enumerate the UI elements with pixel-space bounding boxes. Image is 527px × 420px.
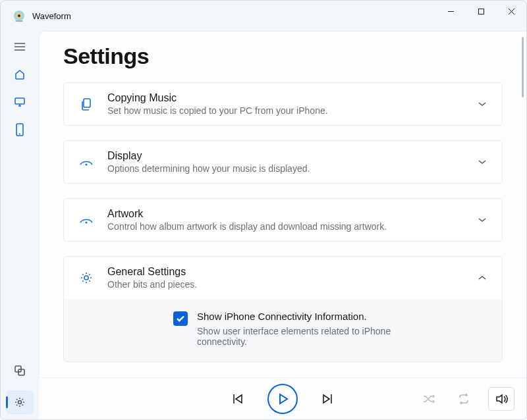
svg-point-22: [84, 276, 88, 280]
chevron-down-icon: [476, 101, 489, 107]
volume-button[interactable]: [488, 387, 514, 411]
nav-phone[interactable]: [6, 118, 34, 142]
minimize-button[interactable]: [435, 1, 466, 22]
section-title: Display: [107, 150, 476, 162]
section-general-settings: General Settings Other bits and pieces. …: [63, 256, 503, 362]
svg-point-2: [18, 14, 20, 17]
section-title: Copying Music: [107, 92, 476, 104]
eye-icon: [77, 215, 96, 225]
eye-icon: [77, 157, 96, 167]
svg-point-18: [18, 401, 22, 404]
active-indicator: [6, 396, 8, 408]
nav-desktop[interactable]: [6, 90, 34, 114]
maximize-button[interactable]: [466, 1, 496, 22]
section-header[interactable]: General Settings Other bits and pieces.: [64, 257, 502, 299]
chevron-down-icon: [476, 159, 489, 165]
window-controls: [435, 1, 526, 22]
repeat-button[interactable]: [453, 388, 475, 410]
section-title: Artwork: [107, 208, 476, 220]
nav-settings[interactable]: [6, 390, 34, 414]
app-icon: [13, 9, 26, 22]
page-title: Settings: [63, 43, 503, 69]
section-subtitle: Options determining how your music is di…: [107, 163, 476, 174]
chevron-up-icon: [476, 275, 489, 281]
svg-point-3: [15, 20, 23, 22]
section-subtitle: Control how album artwork is display and…: [107, 221, 476, 232]
svg-rect-19: [84, 99, 90, 107]
copy-icon: [77, 97, 96, 111]
app-title: Waveform: [32, 11, 71, 21]
svg-point-20: [85, 163, 87, 165]
svg-rect-5: [478, 9, 484, 14]
titlebar: Waveform: [1, 1, 526, 31]
section-display[interactable]: Display Options determining how your mus…: [63, 140, 503, 184]
section-subtitle: Other bits and pieces.: [107, 279, 476, 290]
shuffle-button[interactable]: [417, 388, 439, 410]
next-button[interactable]: [316, 388, 339, 410]
previous-button[interactable]: [227, 388, 249, 410]
chevron-down-icon: [476, 217, 489, 223]
menu-button[interactable]: [6, 35, 34, 59]
show-iphone-connectivity-checkbox[interactable]: [173, 311, 188, 326]
gear-icon: [77, 271, 96, 284]
nav-home[interactable]: [6, 63, 34, 86]
section-artwork[interactable]: Artwork Control how album artwork is dis…: [63, 198, 503, 242]
svg-rect-11: [15, 98, 24, 104]
section-title: General Settings: [107, 266, 476, 278]
section-body: Show iPhone Connectivity Information. Sh…: [64, 299, 502, 361]
option-description: Show user interface elements related to …: [197, 326, 434, 347]
svg-point-21: [85, 221, 87, 223]
option-label: Show iPhone Connectivity Information.: [197, 311, 434, 322]
settings-content: Settings Copying Music Set how music is …: [40, 32, 526, 377]
play-button[interactable]: [267, 384, 298, 414]
scrollbar[interactable]: [522, 37, 524, 97]
sidebar: [1, 31, 39, 419]
section-subtitle: Set how music is copied to your PC from …: [107, 105, 476, 116]
close-button[interactable]: [496, 1, 526, 22]
player-bar: [39, 377, 526, 419]
nav-stacks[interactable]: [6, 359, 34, 382]
section-copying-music[interactable]: Copying Music Set how music is copied to…: [63, 82, 503, 126]
